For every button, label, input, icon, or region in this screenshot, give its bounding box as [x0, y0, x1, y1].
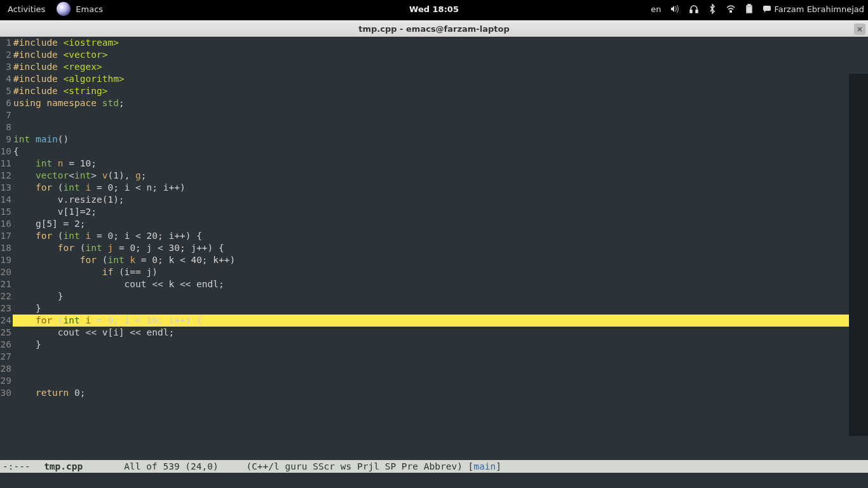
- line-number: 9: [0, 133, 13, 146]
- svg-rect-1: [696, 10, 698, 13]
- clock[interactable]: Wed 18:05: [409, 4, 459, 14]
- code-line[interactable]: [13, 121, 868, 133]
- code-line[interactable]: g[5] = 2;: [13, 218, 868, 230]
- line-number: 25: [0, 327, 13, 339]
- line-number: 10: [0, 146, 13, 158]
- svg-rect-5: [747, 7, 751, 12]
- app-menu[interactable]: Emacs: [76, 4, 108, 14]
- line-number: 3: [0, 61, 13, 73]
- user-name: Farzam Ebrahimnejad: [774, 4, 864, 14]
- modes-suffix: ]: [496, 461, 501, 471]
- emacs-logo-icon: [57, 2, 71, 16]
- code-line[interactable]: for (int i = 0; i < n; i++): [13, 182, 868, 194]
- code-line[interactable]: [13, 363, 868, 375]
- code-line[interactable]: #include <iostream>: [13, 37, 868, 49]
- line-number: 6: [0, 97, 13, 109]
- activities-button[interactable]: Activities: [4, 4, 49, 14]
- line-number-gutter: 1234567891011121314151617181920212223242…: [0, 37, 13, 464]
- svg-rect-6: [763, 6, 771, 11]
- code-line[interactable]: v.resize(1);: [13, 194, 868, 206]
- volume-icon[interactable]: [670, 4, 680, 14]
- window-titlebar[interactable]: tmp.cpp - emacs@farzam-laptop ×: [0, 20, 868, 37]
- svg-rect-0: [690, 10, 692, 13]
- bluetooth-icon[interactable]: [708, 4, 717, 14]
- code-line[interactable]: return 0;: [13, 387, 868, 399]
- code-line[interactable]: vector<int> v(1), g;: [13, 170, 868, 182]
- code-line[interactable]: for (int k = 0; k < 40; k++): [13, 254, 868, 266]
- window-title: tmp.cpp - emacs@farzam-laptop: [358, 24, 509, 34]
- line-number: 29: [0, 375, 13, 387]
- line-number: 2: [0, 49, 13, 61]
- line-number: 28: [0, 363, 13, 375]
- input-lang[interactable]: en: [651, 4, 661, 14]
- code-line[interactable]: #include <vector>: [13, 49, 868, 61]
- code-line[interactable]: [13, 375, 868, 387]
- code-line[interactable]: using namespace std;: [13, 97, 868, 109]
- svg-rect-4: [748, 4, 750, 6]
- code-area[interactable]: #include <iostream>#include <vector>#inc…: [13, 37, 868, 464]
- line-number: 23: [0, 302, 13, 315]
- line-number: 20: [0, 266, 13, 278]
- code-line[interactable]: cout << k << endl;: [13, 278, 868, 290]
- emacs-editor[interactable]: 1234567891011121314151617181920212223242…: [0, 37, 868, 464]
- line-number: 18: [0, 242, 13, 254]
- line-number: 12: [0, 170, 13, 182]
- line-number: 19: [0, 254, 13, 266]
- buffer-name: tmp.cpp: [44, 461, 83, 471]
- chat-icon: [763, 4, 771, 13]
- buffer-state: -:---: [3, 461, 31, 471]
- code-line[interactable]: for (int j = 0; j < 30; j++) {: [13, 242, 868, 254]
- line-number: 14: [0, 194, 13, 206]
- code-line[interactable]: [13, 109, 868, 121]
- code-line[interactable]: }: [13, 339, 868, 351]
- code-line[interactable]: v[1]=2;: [13, 206, 868, 218]
- code-line[interactable]: for (int i = 0; i < 20; i++) {: [13, 230, 868, 242]
- line-number: 27: [0, 351, 13, 363]
- code-line[interactable]: #include <regex>: [13, 61, 868, 73]
- wifi-icon[interactable]: [726, 4, 736, 14]
- battery-icon[interactable]: [745, 4, 754, 14]
- code-line[interactable]: cout << v[i] << endl;: [13, 327, 868, 339]
- code-line[interactable]: }: [13, 302, 868, 315]
- code-line[interactable]: for (int i = 0; i < 10; i++) {: [13, 315, 868, 327]
- line-number: 17: [0, 230, 13, 242]
- line-number: 7: [0, 109, 13, 121]
- mode-line[interactable]: -:--- tmp.cpp All of 539 (24,0) (C++/l g…: [0, 460, 868, 473]
- line-number: 5: [0, 85, 13, 97]
- svg-point-2: [730, 11, 732, 13]
- code-line[interactable]: int n = 10;: [13, 158, 868, 170]
- line-number: 13: [0, 182, 13, 194]
- user-menu[interactable]: Farzam Ebrahimnejad: [763, 4, 864, 14]
- code-line[interactable]: int main(): [13, 133, 868, 146]
- close-button[interactable]: ×: [854, 24, 865, 35]
- projectile-name: main: [473, 461, 496, 471]
- line-number: 24: [0, 315, 13, 327]
- code-line[interactable]: [13, 351, 868, 363]
- line-number: 21: [0, 278, 13, 290]
- code-line[interactable]: if (i== j): [13, 266, 868, 278]
- headphones-icon[interactable]: [689, 4, 699, 14]
- scrollbar[interactable]: [849, 74, 868, 436]
- line-number: 1: [0, 37, 13, 49]
- gnome-topbar: Activities Emacs Wed 18:05 en Farzam Ebr…: [0, 0, 868, 18]
- code-line[interactable]: {: [13, 146, 868, 158]
- line-number: 11: [0, 158, 13, 170]
- line-number: 15: [0, 206, 13, 218]
- line-number: 30: [0, 387, 13, 399]
- modes-prefix: (C++/l guru SScr ws Prjl SP Pre Abbrev) …: [246, 461, 473, 471]
- line-number: 16: [0, 218, 13, 230]
- line-number: 4: [0, 73, 13, 85]
- position-info: All of 539 (24,0): [124, 461, 218, 471]
- code-line[interactable]: #include <algorithm>: [13, 73, 868, 85]
- line-number: 26: [0, 339, 13, 351]
- minibuffer[interactable]: [0, 473, 868, 488]
- line-number: 22: [0, 290, 13, 302]
- code-line[interactable]: }: [13, 290, 868, 302]
- code-line[interactable]: #include <string>: [13, 85, 868, 97]
- line-number: 8: [0, 121, 13, 133]
